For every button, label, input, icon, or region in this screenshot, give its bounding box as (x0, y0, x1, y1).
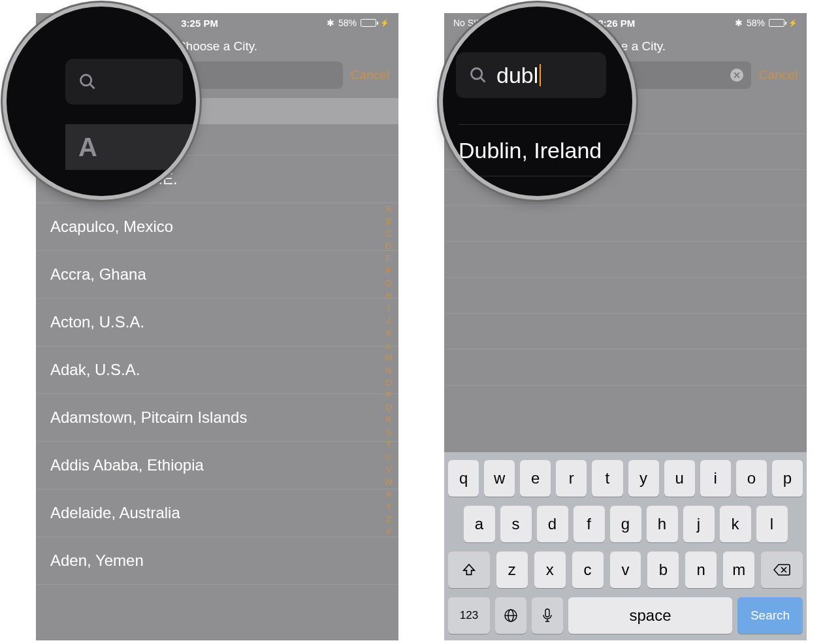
magnifier-callout: dubl Dublin, Ireland (443, 7, 632, 196)
key-search[interactable]: Search (737, 597, 803, 634)
search-icon (78, 73, 97, 91)
key-r[interactable]: r (556, 460, 587, 497)
shift-icon (462, 563, 476, 577)
key-a[interactable]: a (464, 506, 495, 542)
battery-percent: 58% (747, 18, 765, 28)
key-u[interactable]: u (664, 460, 695, 497)
city-row[interactable]: Adelaide, Australia (36, 489, 398, 537)
search-icon (469, 66, 487, 84)
clear-search-button[interactable] (730, 69, 743, 82)
key-k[interactable]: k (720, 506, 751, 542)
key-t[interactable]: t (592, 460, 622, 497)
alphabet-index[interactable]: ABCDEFGHIJKLMNOPQRSTUVWXYZ# (383, 203, 395, 538)
key-globe[interactable] (495, 597, 526, 634)
section-letter: A (78, 133, 97, 162)
key-v[interactable]: v (610, 552, 641, 588)
city-row[interactable]: Adamstown, Pitcairn Islands (36, 394, 398, 442)
search-input-zoomed[interactable] (65, 59, 183, 105)
key-shift[interactable] (448, 552, 490, 588)
key-g[interactable]: g (610, 506, 641, 542)
key-i[interactable]: i (700, 460, 731, 497)
city-row[interactable]: Acton, U.S.A. (36, 299, 398, 346)
key-f[interactable]: f (573, 506, 605, 542)
city-row[interactable]: Aden, Yemen (36, 537, 398, 585)
svg-line-11 (481, 78, 485, 82)
globe-icon (503, 608, 519, 623)
key-d[interactable]: d (537, 506, 568, 542)
mic-icon (541, 608, 553, 623)
backspace-icon (773, 563, 790, 576)
key-c[interactable]: c (572, 552, 604, 588)
keyboard: q w e r t y u i o p a s d f g h j k l z (444, 452, 807, 640)
magnifier-callout: A (7, 7, 196, 196)
key-b[interactable]: b (647, 552, 679, 588)
cancel-button[interactable]: Cancel (351, 68, 389, 82)
key-j[interactable]: j (683, 506, 715, 542)
bluetooth-icon: ✱ (327, 18, 334, 28)
charging-icon: ⚡ (380, 19, 389, 27)
key-n[interactable]: n (685, 552, 717, 588)
battery-icon (361, 19, 376, 27)
key-x[interactable]: x (534, 552, 566, 588)
svg-rect-7 (545, 609, 549, 617)
key-p[interactable]: p (772, 460, 803, 497)
result-row[interactable] (444, 242, 807, 278)
key-m[interactable]: m (723, 552, 754, 588)
result-row[interactable] (444, 314, 807, 350)
result-row[interactable] (444, 350, 807, 386)
charging-icon: ⚡ (788, 19, 798, 27)
key-dictation[interactable] (532, 597, 563, 634)
city-row[interactable]: Addis Ababa, Ethiopia (36, 442, 398, 489)
svg-point-10 (472, 69, 482, 79)
battery-percent: 58% (338, 18, 357, 28)
key-y[interactable]: y (628, 460, 659, 497)
search-value-zoomed: dubl (496, 63, 538, 88)
result-row[interactable] (444, 206, 807, 242)
key-e[interactable]: e (520, 460, 551, 497)
city-row[interactable]: Accra, Ghana (36, 251, 398, 299)
bluetooth-icon: ✱ (735, 18, 743, 28)
search-input-zoomed[interactable]: dubl (456, 52, 606, 98)
key-z[interactable]: z (496, 552, 528, 588)
key-l[interactable]: l (756, 506, 788, 542)
key-w[interactable]: w (484, 460, 515, 497)
key-q[interactable]: q (448, 460, 479, 497)
cancel-button[interactable]: Cancel (759, 68, 798, 82)
key-s[interactable]: s (500, 506, 532, 542)
key-space[interactable]: space (568, 597, 732, 634)
text-cursor (540, 64, 541, 86)
key-o[interactable]: o (736, 460, 767, 497)
svg-point-8 (81, 75, 91, 86)
svg-line-9 (90, 84, 95, 89)
city-row[interactable]: Adak, U.S.A. (36, 346, 398, 394)
battery-icon (769, 19, 784, 27)
key-h[interactable]: h (647, 506, 678, 542)
key-backspace[interactable] (761, 552, 803, 588)
close-icon (734, 72, 740, 78)
city-row[interactable]: Acapulco, Mexico (36, 203, 398, 251)
result-row[interactable] (444, 278, 807, 314)
key-numbers[interactable]: 123 (448, 597, 490, 634)
